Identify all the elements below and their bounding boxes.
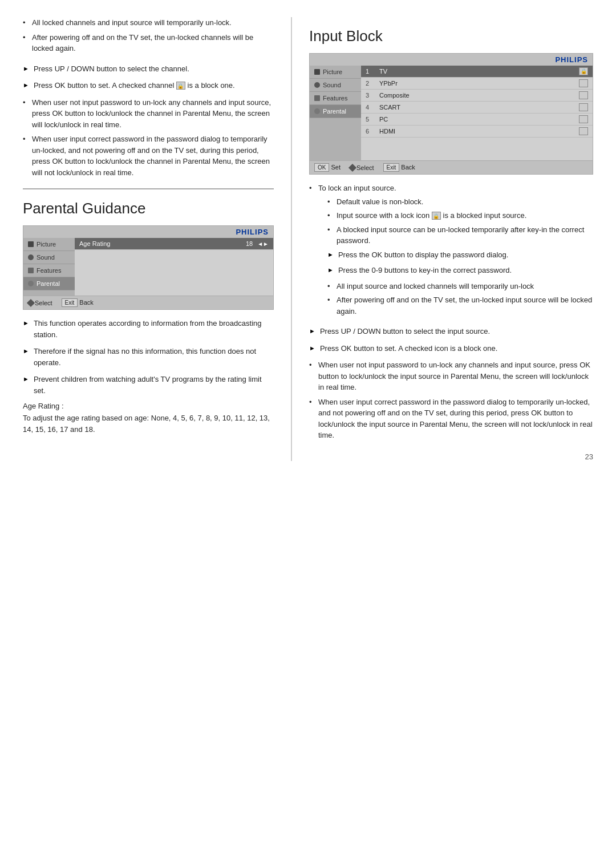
input-row-composite: 3 Composite — [361, 90, 593, 102]
bullet-item: When user input correct password in the … — [23, 134, 274, 178]
sidebar-item-picture: Picture — [23, 238, 75, 251]
lock-icon-composite — [579, 91, 588, 99]
right-column: Input Block PHILIPS Picture Sound Fea — [291, 17, 593, 461]
arrow-text: Press OK button to set. A checked channe… — [34, 80, 235, 91]
input-row-pc: 5 PC — [361, 114, 593, 126]
sub-bullet-lock-icon: Input source with a lock icon 🔒 is a blo… — [327, 210, 593, 221]
arrow-icon: ► — [309, 326, 315, 336]
sidebar-item-features: Features — [23, 264, 75, 277]
arrow-icon: ► — [327, 265, 334, 275]
tv-menu-sidebar: Picture Sound Features Parental — [23, 238, 75, 296]
lock-icon-hdmi — [579, 127, 588, 135]
sidebar-item-parental: Parental — [310, 105, 361, 118]
section-divider — [23, 188, 274, 189]
arrow-icon: ► — [23, 318, 29, 328]
back-control: Exit Back — [383, 163, 415, 172]
input-block-tv-menu: PHILIPS Picture Sound Features — [309, 53, 593, 175]
arrow-icon: ► — [23, 80, 29, 90]
picture-icon — [28, 241, 34, 247]
features-icon — [314, 95, 320, 101]
tv-menu-content: 1 TV 🔒 2 YPbPr 3 Composite — [361, 66, 593, 160]
ok-btn: OK — [314, 163, 329, 172]
page-layout: All locked channels and input source wil… — [23, 17, 593, 461]
arrow-icon: ► — [23, 374, 29, 384]
instruction-main-bullet: To lock an input source. Default value i… — [309, 183, 593, 317]
exit-btn: Exit — [383, 163, 400, 172]
tv-menu-footer: Select Exit Back — [23, 296, 273, 309]
parental-section-title: Parental Guidance — [23, 200, 274, 217]
arrow-item-2: ► Press OK button to set. A checked chan… — [23, 80, 274, 91]
arrow-item-1: ► Press UP / DOWN button to select the c… — [23, 63, 274, 75]
arrow-text: Press UP / DOWN button to select the cha… — [34, 63, 189, 75]
sidebar-item-sound: Sound — [23, 251, 75, 264]
select-control: Select — [350, 164, 374, 171]
tv-menu-sidebar: Picture Sound Features Parental — [310, 66, 361, 160]
sidebar-item-sound: Sound — [310, 79, 361, 92]
sidebar-item-parental: Parental — [23, 277, 75, 290]
lock-icon: 🔒 — [432, 212, 441, 220]
input-row-hdmi: 6 HDMI — [361, 126, 593, 138]
ok-control: OK Set — [314, 163, 341, 172]
sub-bullet-unlocked: A blocked input source can be un-locked … — [327, 224, 593, 246]
tv-menu-body: Picture Sound Features Parental — [23, 238, 273, 296]
input-row-ypbpr: 2 YPbPr — [361, 78, 593, 90]
lock-icon-tv: 🔒 — [579, 67, 588, 75]
main-bullet-item: To lock an input source. Default value i… — [309, 183, 593, 317]
sidebar-item-features: Features — [310, 92, 361, 105]
diamond-icon — [348, 163, 356, 171]
more-bullet-1: After powering off and on the TV set, th… — [327, 294, 593, 317]
input-row-scart: 4 SCART — [361, 102, 593, 114]
lock-icon-ypbpr — [579, 79, 588, 87]
arrow-icon: ► — [23, 346, 29, 356]
bullet-item: After powering off and on the TV set, th… — [23, 32, 274, 54]
arrow-icon: ► — [309, 343, 315, 353]
bullet-item: All locked channels and input source wil… — [23, 17, 274, 29]
final-bullets: When user not input password to un-lock … — [309, 359, 593, 441]
tv-menu-content: Age Rating 18 ◄► — [75, 238, 273, 296]
parental-tv-menu: PHILIPS Picture Sound Features — [23, 225, 274, 310]
tv-menu-brand: PHILIPS — [23, 226, 273, 238]
arrow-icon: ► — [23, 64, 29, 74]
parental-icon — [28, 281, 34, 286]
pg-age-rating-row: Age Rating 18 ◄► — [75, 238, 273, 250]
page-number: 23 — [309, 452, 593, 461]
final-bullet-0: When user not input password to un-lock … — [309, 359, 593, 393]
age-rating-label: Age Rating : — [23, 402, 274, 410]
input-row-tv: 1 TV 🔒 — [361, 66, 593, 78]
sidebar-item-picture: Picture — [310, 66, 361, 79]
sub-bullet-list: Default value is non-block. Input source… — [327, 196, 593, 246]
bullet-item: When user not input password to un-lock … — [23, 97, 274, 131]
diamond-icon — [27, 298, 35, 306]
select-control: Select — [28, 300, 52, 306]
sound-icon — [28, 254, 34, 260]
tv-menu-footer: OK Set Select Exit Back — [310, 160, 593, 174]
more-bullets-list: All input source and locked channels wil… — [327, 281, 593, 317]
pg-arrow-0: ► This function operates according to in… — [23, 318, 274, 340]
more-bullet-0: All input source and locked channels wil… — [327, 281, 593, 292]
exit-btn: Exit — [62, 298, 78, 307]
final-bullet-1: When user input correct password in the … — [309, 397, 593, 441]
lock-icon-pc — [579, 115, 588, 123]
lr-arrow-icon: ◄► — [257, 241, 269, 247]
lock-icon: 🔒 — [176, 82, 185, 90]
ib-arrow-0: ► Press UP / DOWN button to select the i… — [309, 326, 593, 337]
pg-arrow-2: ► Prevent children from watching adult's… — [23, 374, 274, 396]
tv-menu-brand: PHILIPS — [310, 54, 593, 66]
pg-arrow-1: ► Therefore if the signal has no this in… — [23, 346, 274, 368]
features-icon — [28, 268, 34, 273]
arrow-icon: ► — [327, 250, 334, 260]
parental-icon — [314, 108, 320, 114]
sub-arrow-0: ► Press the OK button to display the pas… — [327, 249, 593, 261]
sub-arrow-1: ► Press the 0-9 buttons to key-in the co… — [327, 265, 593, 276]
more-bullets: When user not input password to un-lock … — [23, 97, 274, 179]
ib-arrow-1: ► Press OK button to set. A checked icon… — [309, 343, 593, 354]
tv-menu-body: Picture Sound Features Parental — [310, 66, 593, 160]
age-rating-section: Age Rating : To adjust the age rating ba… — [23, 402, 274, 435]
back-control: Exit Back — [62, 298, 94, 307]
input-block-title: Input Block — [309, 27, 593, 45]
age-rating-desc: To adjust the age rating based on age: N… — [23, 413, 274, 435]
picture-icon — [314, 69, 320, 75]
left-column: All locked channels and input source wil… — [23, 17, 274, 461]
sound-icon — [314, 82, 320, 88]
lock-icon-scart — [579, 103, 588, 111]
